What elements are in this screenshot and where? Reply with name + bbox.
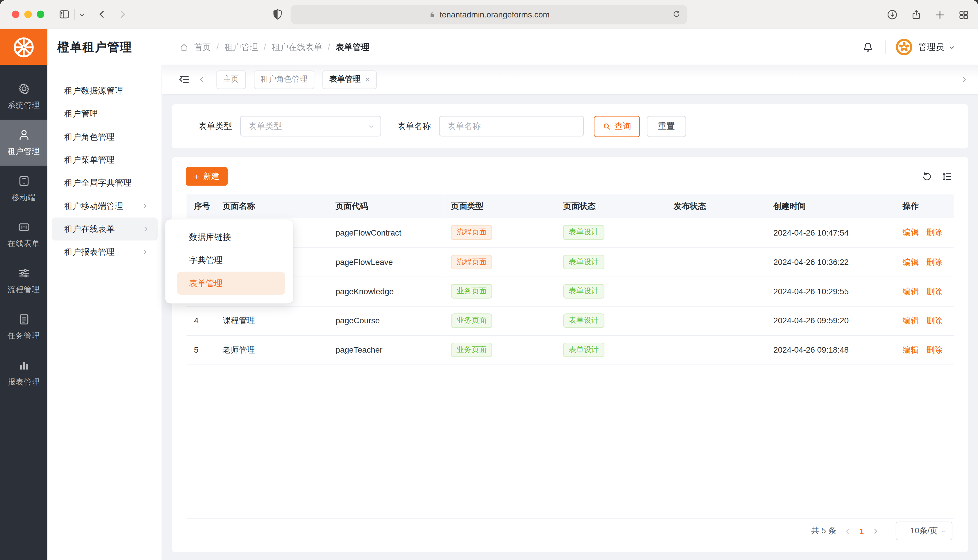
sidebar-item-label: 租户数据源管理: [64, 85, 123, 97]
breadcrumb-item[interactable]: 首页: [194, 42, 211, 53]
close-tab-icon[interactable]: ×: [365, 75, 369, 84]
sidebar-item-label: 租户移动端管理: [64, 200, 123, 212]
form-name-input[interactable]: [439, 116, 584, 137]
page-type-badge: 流程页面: [451, 255, 492, 270]
table-row: 4 课程管理 pageCourse 业务页面 表单设计 2024-04-26 0…: [186, 306, 954, 335]
edit-link[interactable]: 编辑: [903, 345, 919, 354]
next-page-icon[interactable]: [871, 527, 879, 535]
sidebar-item-tenant-online-form[interactable]: 租户在线表单: [52, 218, 158, 240]
tab-group-caret-icon[interactable]: [79, 11, 85, 18]
header-actions: 管理员: [862, 38, 978, 55]
sidebar-item-datasource[interactable]: 租户数据源管理: [47, 79, 162, 102]
rail-item-label: 系统管理: [8, 100, 40, 111]
chevron-down-icon: [940, 527, 947, 535]
rail-item-flow[interactable]: 流程管理: [0, 258, 47, 304]
sidebar-item-label: 租户菜单管理: [64, 154, 115, 165]
prev-page-icon[interactable]: [844, 527, 852, 535]
edit-link[interactable]: 编辑: [903, 316, 919, 325]
home-icon[interactable]: [180, 43, 188, 52]
menu-item-label: 字典管理: [189, 255, 223, 266]
refresh-icon[interactable]: [922, 171, 932, 182]
data-table: 序号 页面名称 页面代码 页面类型 页面状态 发布状态 创建时间 操作: [186, 194, 954, 519]
downloads-icon[interactable]: [886, 9, 898, 21]
user-name[interactable]: 管理员: [918, 42, 944, 53]
cell-no: 4: [186, 306, 215, 335]
notifications-bell-icon[interactable]: [862, 41, 874, 53]
gear-icon: [17, 82, 30, 95]
delete-link[interactable]: 删除: [926, 316, 943, 325]
browser-window: tenantadmin.orangeforms.com: [0, 0, 978, 560]
create-button[interactable]: + 新建: [186, 167, 227, 186]
tabs-scroll-left-icon[interactable]: [198, 75, 206, 83]
delete-link[interactable]: 删除: [926, 228, 943, 237]
privacy-shield-icon[interactable]: [273, 8, 283, 20]
content-area: 主页 租户角色管理 表单管理 × 表单类型 表单类型 表单名称 查询: [162, 65, 978, 560]
page-size-select[interactable]: 10条/页: [896, 522, 953, 540]
table-panel: + 新建 序号 页面名称 页面代码 页面类型: [172, 157, 968, 552]
query-button-label: 查询: [614, 120, 631, 132]
rail-item-label: 报表管理: [8, 377, 40, 387]
rail-item-task[interactable]: 任务管理: [0, 304, 47, 350]
sidebar-item-tenant-mobile[interactable]: 租户移动端管理: [47, 194, 162, 217]
delete-link[interactable]: 删除: [926, 345, 943, 354]
rail-item-tenant[interactable]: 租户管理: [0, 120, 47, 166]
menu-fold-icon[interactable]: [179, 73, 191, 85]
breadcrumb-item-current: 表单管理: [336, 42, 369, 53]
sidebar-item-tenant-menu[interactable]: 租户菜单管理: [47, 148, 162, 172]
select-placeholder: 表单类型: [248, 120, 282, 132]
back-button[interactable]: [97, 9, 108, 20]
forward-button[interactable]: [117, 9, 128, 20]
secondary-sidebar: 租户数据源管理 租户管理 租户角色管理 租户菜单管理 租户全局字典管理 租户移动…: [47, 65, 162, 560]
sidebar-toggle-icon[interactable]: [58, 8, 71, 21]
lock-icon: [428, 10, 436, 18]
edit-link[interactable]: 编辑: [903, 257, 919, 267]
current-page[interactable]: 1: [859, 526, 864, 536]
share-icon[interactable]: [911, 9, 922, 21]
user-menu-caret-icon[interactable]: [948, 43, 956, 51]
avatar[interactable]: [896, 38, 913, 55]
query-button[interactable]: 查询: [593, 116, 640, 137]
total-count: 共 5 条: [811, 525, 836, 537]
menu-item-dict-mgmt[interactable]: 字典管理: [166, 248, 293, 272]
cell-code: pageKnowledge: [328, 277, 443, 306]
tab-tenant-role[interactable]: 租户角色管理: [254, 70, 314, 88]
minimize-window-button[interactable]: [24, 10, 32, 18]
sidebar-item-tenant-mgmt[interactable]: 租户管理: [47, 102, 162, 125]
sidebar-item-label: 租户角色管理: [64, 131, 115, 143]
tabs-scroll-right-icon[interactable]: [960, 75, 968, 83]
reload-icon[interactable]: [672, 9, 681, 18]
header-divider: [885, 40, 886, 54]
menu-item-label: 表单管理: [189, 278, 223, 289]
edit-link[interactable]: 编辑: [903, 228, 919, 237]
rail-item-online-form[interactable]: 在线表单: [0, 212, 47, 258]
tab-label: 表单管理: [329, 74, 361, 85]
breadcrumb-item[interactable]: 租户在线表单: [271, 42, 322, 53]
tab-overview-icon[interactable]: [958, 9, 969, 20]
form-type-select[interactable]: 表单类型: [240, 116, 381, 137]
reset-button-label: 重置: [658, 121, 675, 130]
new-tab-icon[interactable]: [935, 9, 946, 20]
sidebar-item-tenant-role[interactable]: 租户角色管理: [47, 125, 162, 148]
sidebar-item-tenant-report[interactable]: 租户报表管理: [47, 240, 162, 263]
address-bar[interactable]: tenantadmin.orangeforms.com: [291, 5, 687, 24]
form-type-label: 表单类型: [198, 120, 232, 132]
delete-link[interactable]: 删除: [926, 257, 943, 267]
close-window-button[interactable]: [12, 10, 20, 18]
edit-link[interactable]: 编辑: [903, 287, 919, 296]
breadcrumb-item[interactable]: 租户管理: [224, 42, 258, 53]
zoom-window-button[interactable]: [37, 10, 45, 18]
mobile-icon: [17, 175, 30, 188]
tab-form-mgmt[interactable]: 表单管理 ×: [323, 70, 376, 88]
rail-item-report[interactable]: 报表管理: [0, 350, 47, 397]
page-status-badge: 表单设计: [563, 225, 604, 240]
rail-item-system[interactable]: 系统管理: [0, 73, 47, 120]
row-density-icon[interactable]: [942, 171, 953, 182]
url-text: tenantadmin.orangeforms.com: [440, 10, 550, 19]
delete-link[interactable]: 删除: [926, 287, 943, 296]
menu-item-db-link[interactable]: 数据库链接: [166, 226, 293, 248]
reset-button[interactable]: 重置: [647, 116, 686, 137]
menu-item-form-mgmt[interactable]: 表单管理: [177, 272, 285, 295]
rail-item-mobile[interactable]: 移动端: [0, 166, 47, 212]
sidebar-item-global-dict[interactable]: 租户全局字典管理: [47, 172, 162, 194]
tab-home[interactable]: 主页: [216, 70, 246, 88]
